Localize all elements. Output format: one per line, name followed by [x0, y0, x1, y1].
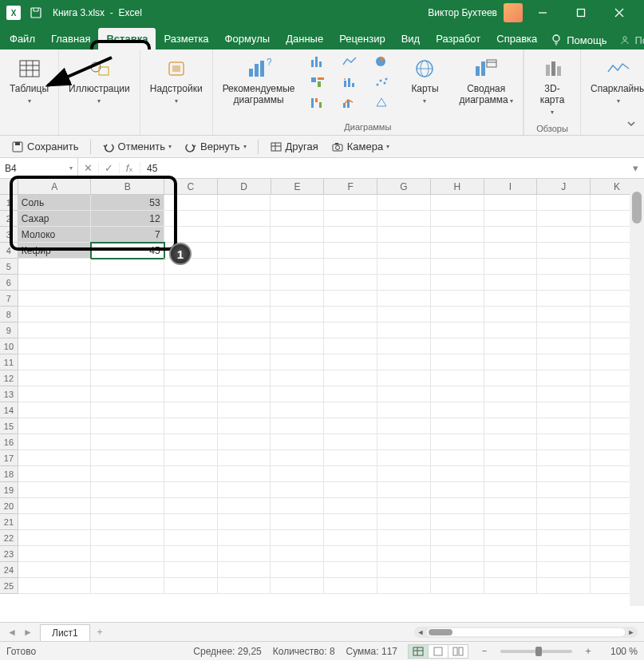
cell[interactable] [431, 498, 484, 514]
cell[interactable] [324, 291, 377, 307]
cell[interactable] [484, 418, 538, 434]
radar-chart-button[interactable] [369, 94, 393, 112]
cell[interactable] [324, 227, 377, 243]
cell[interactable] [218, 530, 271, 546]
cell[interactable] [324, 370, 377, 386]
cell[interactable] [431, 243, 484, 259]
cell[interactable] [324, 259, 377, 275]
ribbon-tab-5[interactable]: Данные [278, 28, 331, 49]
cell[interactable] [324, 466, 377, 482]
cell[interactable] [218, 338, 271, 354]
select-all-corner[interactable] [0, 179, 18, 194]
cell[interactable] [218, 418, 271, 434]
row-header[interactable]: 15 [0, 418, 18, 434]
cell[interactable] [377, 546, 431, 562]
view-page-break-button[interactable] [448, 644, 468, 659]
cell[interactable] [431, 418, 484, 434]
cell[interactable] [377, 466, 431, 482]
cell[interactable] [218, 482, 271, 498]
cell[interactable] [484, 370, 538, 386]
row-header[interactable]: 23 [0, 546, 18, 562]
tables-button[interactable]: Таблицы▾ [5, 53, 53, 110]
cell[interactable] [18, 434, 91, 450]
cell[interactable] [18, 338, 91, 354]
cell[interactable] [484, 482, 538, 498]
cell[interactable] [218, 275, 271, 291]
camera-button[interactable]: Камера ▾ [326, 139, 394, 154]
cell[interactable] [164, 338, 218, 354]
column-header[interactable]: F [324, 179, 377, 194]
cell[interactable] [377, 370, 431, 386]
cell[interactable] [218, 546, 271, 562]
cell[interactable] [377, 323, 431, 338]
zoom-slider[interactable] [500, 650, 572, 653]
cell[interactable] [91, 323, 164, 338]
cell[interactable] [164, 370, 218, 386]
cell[interactable] [431, 402, 484, 418]
add-sheet-button[interactable]: ＋ [90, 625, 109, 639]
cell[interactable]: Соль [18, 195, 91, 211]
cell[interactable] [271, 562, 324, 578]
cell[interactable] [91, 307, 164, 323]
cell[interactable] [431, 354, 484, 370]
row-header[interactable]: 1 [0, 195, 18, 211]
cell[interactable] [484, 402, 538, 418]
cell[interactable] [271, 418, 324, 434]
cell[interactable] [377, 562, 431, 578]
column-header[interactable]: A [18, 179, 92, 194]
cell[interactable] [18, 386, 91, 402]
cell[interactable] [324, 562, 377, 578]
cell[interactable] [271, 259, 324, 275]
cell[interactable] [484, 291, 538, 307]
minimize-button[interactable] [524, 0, 561, 26]
cell[interactable] [484, 530, 538, 546]
cell[interactable] [537, 354, 591, 370]
cell[interactable] [537, 307, 591, 323]
cell[interactable] [271, 211, 324, 227]
cell[interactable] [164, 450, 218, 466]
cell[interactable] [218, 386, 271, 402]
collapse-ribbon-button[interactable] [623, 116, 639, 132]
cell[interactable] [164, 211, 218, 227]
ribbon-tab-0[interactable]: Файл [2, 28, 43, 49]
row-header[interactable]: 6 [0, 275, 18, 291]
cell[interactable] [324, 418, 377, 434]
cell[interactable] [484, 578, 538, 594]
cell[interactable] [164, 434, 218, 450]
cell[interactable] [18, 402, 91, 418]
cell[interactable] [91, 498, 164, 514]
zoom-level[interactable]: 100 % [604, 646, 638, 657]
cell[interactable] [164, 562, 218, 578]
ribbon-tab-9[interactable]: Справка [488, 28, 545, 49]
cell[interactable] [271, 386, 324, 402]
cell[interactable] [377, 498, 431, 514]
cell[interactable] [324, 578, 377, 594]
cell[interactable] [484, 386, 538, 402]
cell[interactable] [18, 418, 91, 434]
cell[interactable] [218, 243, 271, 259]
expand-formula-bar[interactable]: ▾ [626, 158, 644, 178]
cell[interactable] [537, 498, 591, 514]
tell-me[interactable]: Помощь [545, 30, 611, 49]
maximize-button[interactable] [563, 0, 599, 26]
maps-button[interactable]: Карты▾ [401, 53, 448, 110]
cell[interactable] [324, 211, 377, 227]
row-header[interactable]: 11 [0, 354, 18, 370]
cell[interactable] [537, 386, 591, 402]
cell[interactable] [91, 259, 164, 275]
cell[interactable] [91, 418, 164, 434]
cell[interactable] [537, 259, 591, 275]
horizontal-scrollbar[interactable]: ◄ ► [414, 627, 638, 638]
scatter-chart-button[interactable] [369, 73, 393, 91]
cell[interactable] [377, 434, 431, 450]
row-header[interactable]: 16 [0, 434, 18, 450]
cell[interactable] [91, 434, 164, 450]
cell[interactable] [537, 195, 591, 211]
cell[interactable] [484, 514, 538, 530]
row-header[interactable]: 8 [0, 307, 18, 323]
cell[interactable] [324, 195, 377, 211]
cell[interactable] [484, 259, 538, 275]
cell[interactable] [431, 323, 484, 338]
cell[interactable] [377, 227, 431, 243]
cell[interactable] [164, 482, 218, 498]
